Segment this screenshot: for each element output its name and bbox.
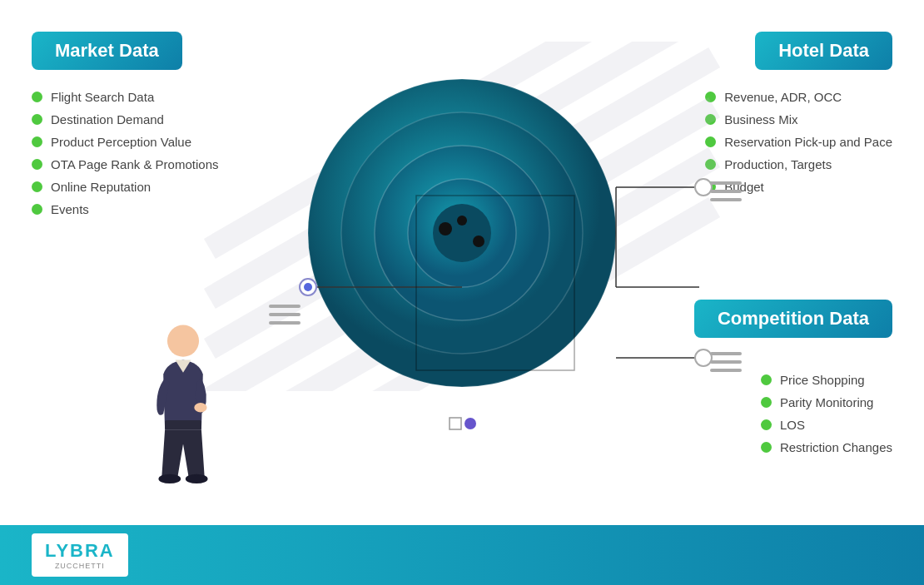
list-item: LOS [761,418,892,432]
svg-rect-28 [450,418,461,429]
svg-point-12 [304,283,312,291]
svg-point-2 [375,146,549,320]
list-item: Production, Targets [705,157,892,171]
svg-point-6 [341,112,583,354]
person-figure [146,319,221,485]
svg-rect-27 [710,369,742,372]
hotel-list: Revenue, ADR, OCCBusiness MixReservation… [705,90,892,202]
list-item: Budget [705,180,892,194]
svg-point-24 [695,350,712,366]
competition-data-badge: Competition Data [694,300,892,338]
svg-rect-33 [416,196,574,370]
svg-rect-26 [710,360,742,364]
logo-box: LYBRA ZUCCHETTI [32,533,128,577]
svg-point-37 [186,474,208,483]
logo-sub: ZUCCHETTI [55,562,105,570]
list-item: Reservation Pick-up and Pace [705,135,892,149]
market-data-badge: Market Data [32,32,182,70]
stripe-6 [204,197,720,391]
list-item: Flight Search Data [32,90,218,104]
svg-rect-15 [269,321,301,325]
svg-point-29 [464,418,476,429]
svg-point-1 [341,112,583,354]
competition-data-label: Competition Data [718,308,869,329]
svg-rect-35 [165,420,201,429]
stripes-decoration [171,42,753,391]
list-item: Events [32,202,218,216]
market-list: Flight Search DataDestination DemandProd… [32,90,218,225]
hotel-data-badge: Hotel Data [755,32,892,70]
stripe-5 [204,147,720,391]
svg-point-11 [300,279,316,295]
stripe-3 [204,47,720,359]
stripe-4 [204,97,720,391]
stripe-1 [204,42,720,259]
hotel-data-label: Hotel Data [778,40,869,61]
svg-rect-13 [269,305,301,308]
list-item: Price Shopping [761,373,892,387]
svg-point-34 [167,325,199,357]
svg-point-7 [375,146,549,320]
list-item: Parity Monitoring [761,395,892,409]
svg-point-30 [439,222,452,235]
stripe-2 [204,42,720,309]
list-item: Business Mix [705,112,892,126]
list-item: OTA Page Rank & Promotions [32,157,218,171]
svg-point-4 [433,204,491,262]
competition-list: Price ShoppingParity MonitoringLOSRestri… [761,373,892,463]
list-item: Revenue, ADR, OCC [705,90,892,104]
svg-point-3 [408,179,516,287]
svg-point-38 [194,403,206,412]
svg-rect-14 [269,313,301,316]
svg-rect-25 [710,352,742,355]
logo-text: LYBRA [45,540,115,562]
svg-point-31 [473,235,484,247]
svg-point-32 [457,216,467,226]
list-item: Product Perception Value [32,135,218,149]
svg-point-36 [158,474,181,483]
list-item: Restriction Changes [761,440,892,454]
list-item: Destination Demand [32,112,218,126]
diagram-svg [171,42,753,458]
list-item: Online Reputation [32,180,218,194]
market-data-label: Market Data [55,40,159,61]
svg-point-0 [308,79,616,387]
svg-point-8 [408,179,516,287]
svg-point-5 [308,79,616,387]
footer-bar: LYBRA ZUCCHETTI [0,525,924,585]
